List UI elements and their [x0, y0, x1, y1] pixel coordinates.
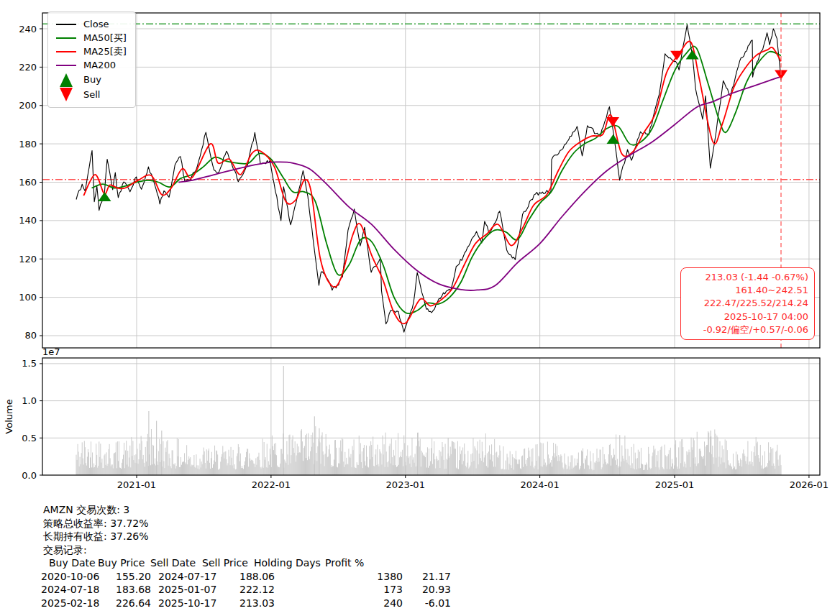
volume-ytick-label: 0.5	[22, 433, 37, 443]
col-header-holding-days: Holding Days	[254, 557, 321, 569]
legend-item-ma200: MA200	[55, 58, 127, 72]
ma200-line	[178, 77, 781, 290]
trade-row-sell-date: 2025-01-07	[158, 584, 216, 595]
price-ytick-label: 180	[19, 139, 37, 150]
xtick-label: 2025-01	[655, 479, 694, 490]
trade-row-buy-price: 155.20	[101, 571, 151, 582]
legend-label-close: Close	[83, 19, 109, 29]
trade-row-profit-pct: 21.17	[401, 571, 451, 582]
volume-ytick-label: 1.0	[22, 395, 37, 406]
legend-item-sell: Sell	[55, 87, 127, 102]
annotation-ma-line: 222.47/225.52/214.24	[687, 297, 808, 310]
legend-item-ma25: MA25[卖]	[55, 45, 127, 58]
trade-row-holding-days: 240	[352, 597, 403, 609]
price-ytick-label: 200	[19, 100, 37, 111]
price-ytick-label: 120	[19, 254, 37, 265]
trade-row-sell-date: 2024-07-17	[158, 571, 216, 582]
ma25-line-swatch	[55, 47, 77, 57]
sell-marker	[606, 117, 619, 127]
xtick-label: 2026-01	[790, 479, 828, 490]
volume-ytick-label: 1.5	[22, 358, 37, 369]
trade-row-profit-pct: -6.01	[401, 597, 451, 609]
col-header-sell-date: Sell Date	[150, 557, 196, 569]
trade-row-sell-price: 188.06	[224, 571, 275, 582]
annotation-date-line: 2025-10-17 04:00	[687, 311, 808, 323]
xtick-label: 2022-01	[252, 479, 291, 490]
price-ytick-label: 100	[19, 292, 37, 303]
trade-row-sell-price: 222.12	[224, 584, 275, 595]
chart-figure: 801001201401601802002202400.00.51.01.520…	[0, 0, 840, 616]
trade-row-holding-days: 1380	[352, 571, 403, 582]
annotation-price-line: 213.03 (-1.44 -0.67%)	[687, 271, 808, 284]
gridlines	[42, 13, 820, 475]
trade-row-sell-date: 2025-10-17	[158, 597, 216, 609]
ma50-line-swatch	[55, 33, 77, 43]
trade-row-profit-pct: 20.93	[401, 584, 451, 595]
strategy-return-line: 策略总收益率: 37.72%	[43, 518, 149, 530]
xtick-label: 2024-01	[520, 479, 559, 490]
trade-row-buy-date: 2025-02-18	[41, 597, 99, 609]
volume-ytick-label: 0.0	[22, 470, 37, 481]
legend-item-ma50: MA50[买]	[55, 31, 127, 45]
volume-axis-title: Volume	[4, 399, 14, 433]
sell-marker-icon	[55, 87, 77, 103]
trade-record-title: 交易记录:	[43, 544, 87, 557]
trade-row-buy-price: 226.64	[101, 597, 151, 609]
price-ytick-label: 240	[19, 24, 37, 35]
buy-marker-icon	[55, 72, 77, 88]
trade-row-buy-price: 183.68	[101, 584, 151, 595]
volume-bars	[76, 366, 781, 475]
price-ytick-label: 160	[19, 177, 37, 188]
legend-label-ma25: MA25[卖]	[83, 45, 127, 58]
buy-marker	[98, 192, 111, 201]
price-ytick-label: 80	[24, 330, 37, 341]
col-header-sell-price: Sell Price	[202, 557, 248, 569]
legend-label-buy: Buy	[83, 74, 101, 85]
annotation-signal-line: -0.92/偏空/+0.57/-0.06	[687, 323, 808, 336]
xtick-label: 2023-01	[386, 479, 425, 490]
price-ytick-label: 140	[19, 215, 37, 226]
col-header-profit-pct: Profit %	[325, 557, 364, 569]
ma200-line-swatch	[55, 60, 77, 70]
annotation-range-line: 161.40~242.51	[687, 284, 808, 297]
legend-label-ma50: MA50[买]	[83, 32, 127, 45]
legend-item-buy: Buy	[55, 72, 127, 87]
crosshair-annotation: 213.03 (-1.44 -0.67%) 161.40~242.51 222.…	[680, 267, 815, 340]
trade-count-line: AMZN 交易次数: 3	[43, 504, 129, 517]
chart-legend: Close MA50[买] MA25[卖] MA200 Buy	[47, 12, 136, 108]
legend-item-close: Close	[55, 17, 127, 31]
col-header-buy-price: Buy Price	[98, 557, 145, 569]
trade-row-holding-days: 173	[352, 584, 403, 595]
trade-row-buy-date: 2020-10-06	[41, 571, 99, 582]
legend-label-sell: Sell	[83, 89, 100, 100]
volume-offset-label: 1e7	[42, 346, 60, 357]
close-line-swatch	[55, 19, 77, 29]
trade-row-buy-date: 2024-07-18	[41, 584, 99, 595]
hold-return-line: 长期持有收益: 37.26%	[43, 530, 149, 543]
price-ytick-label: 220	[19, 62, 37, 73]
xtick-label: 2021-01	[117, 479, 156, 490]
trade-row-sell-price: 213.03	[224, 597, 275, 609]
legend-label-ma200: MA200	[83, 60, 116, 70]
col-header-buy-date: Buy Date	[49, 557, 96, 569]
